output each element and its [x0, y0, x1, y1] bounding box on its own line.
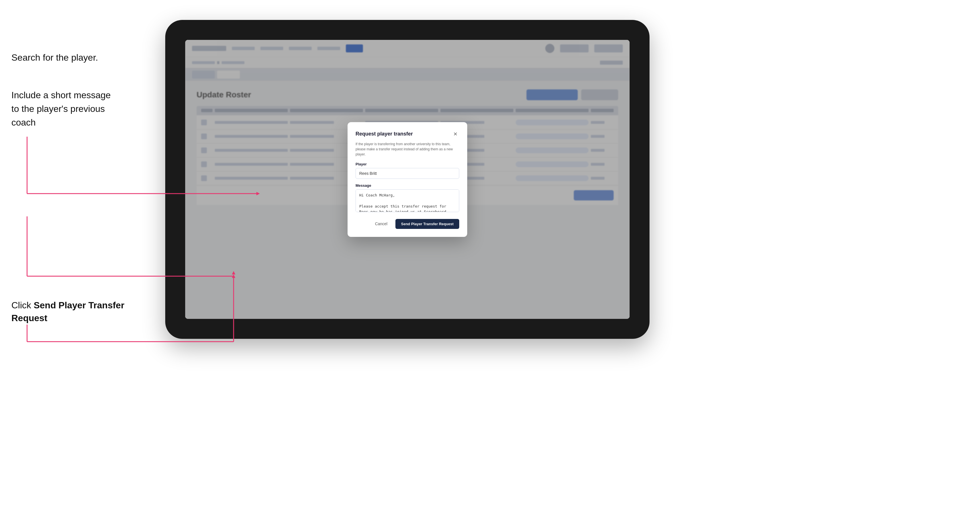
- modal-title: Request player transfer: [356, 131, 413, 137]
- message-textarea[interactable]: Hi Coach McHarg, Please accept this tran…: [356, 189, 459, 212]
- annotation-step2: Include a short message to the player's …: [11, 88, 142, 129]
- modal-dialog: Request player transfer ✕ If the player …: [348, 122, 467, 237]
- message-label: Message: [356, 183, 459, 187]
- tablet-frame: Update Roster: [165, 20, 649, 339]
- annotation-step3: Click Send Player Transfer Request: [11, 299, 125, 325]
- send-transfer-request-button[interactable]: Send Player Transfer Request: [395, 219, 459, 229]
- modal-close-button[interactable]: ✕: [451, 130, 459, 138]
- player-field-group: Player: [356, 162, 459, 179]
- annotation-step1: Search for the player.: [11, 51, 98, 64]
- modal-footer: Cancel Send Player Transfer Request: [356, 219, 459, 229]
- modal-header: Request player transfer ✕: [356, 130, 459, 138]
- tablet-screen: Update Roster: [185, 40, 630, 319]
- modal-description: If the player is transferring from anoth…: [356, 141, 459, 157]
- player-label: Player: [356, 162, 459, 166]
- message-field-group: Message Hi Coach McHarg, Please accept t…: [356, 183, 459, 213]
- player-input[interactable]: [356, 168, 459, 179]
- modal-overlay: Request player transfer ✕ If the player …: [185, 40, 630, 319]
- cancel-button[interactable]: Cancel: [370, 219, 392, 229]
